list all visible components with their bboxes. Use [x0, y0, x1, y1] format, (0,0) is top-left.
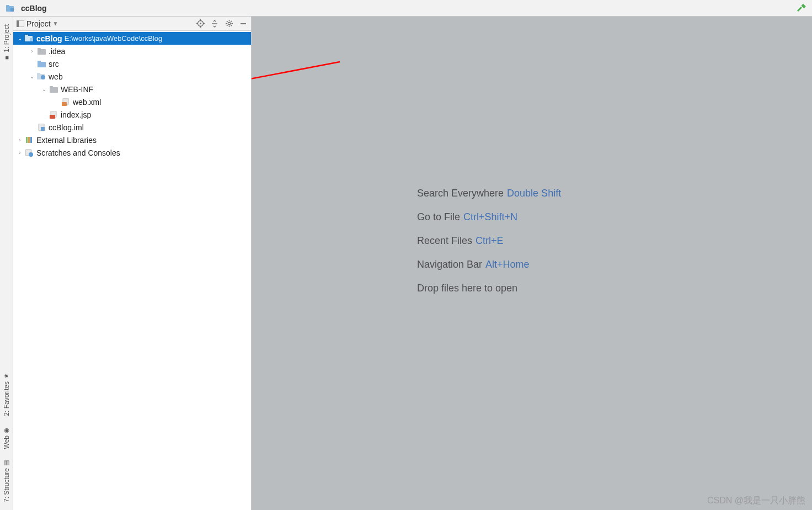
project-tree[interactable]: ⌄ ccBlog E:\works\javaWebCode\ccBlog › .… — [13, 31, 251, 510]
tree-node-label: src — [49, 60, 59, 68]
tree-node-iml[interactable]: ccBlog.iml — [13, 121, 251, 134]
svg-line-21 — [227, 25, 228, 26]
editor-hints: Search Everywhere Double Shift Go to Fil… — [417, 188, 561, 294]
expander-icon[interactable]: ⌄ — [28, 73, 36, 79]
tree-node-webinf[interactable]: ⌄ WEB-INF — [13, 83, 251, 95]
gutter-tab-structure[interactable]: 7: Structure ▤ — [2, 454, 12, 507]
project-panel-header: Project ▼ — [13, 17, 251, 31]
svg-rect-38 — [50, 115, 55, 119]
watermark-text: CSDN @我是一只小胖熊 — [707, 495, 805, 507]
svg-rect-25 — [30, 38, 33, 41]
source-folder-icon — [36, 60, 46, 68]
tree-node-root[interactable]: ⌄ ccBlog E:\works\javaWebCode\ccBlog — [13, 32, 251, 45]
folder-icon: ■ — [3, 55, 10, 61]
tree-node-indexjsp[interactable]: index.jsp — [13, 108, 251, 121]
svg-rect-27 — [38, 48, 41, 50]
hint-drop-files: Drop files here to open — [417, 283, 561, 294]
svg-line-46 — [252, 62, 340, 97]
tree-node-src[interactable]: src — [13, 57, 251, 70]
svg-rect-31 — [37, 73, 40, 75]
gutter-tab-web[interactable]: Web ◉ — [2, 422, 12, 453]
hint-goto-file: Go to File Ctrl+Shift+N — [417, 211, 561, 223]
collapse-all-icon[interactable] — [210, 19, 219, 28]
expander-icon[interactable]: › — [15, 137, 24, 143]
web-folder-icon — [36, 72, 46, 81]
tree-node-external-libraries[interactable]: › External Libraries — [13, 134, 251, 146]
tree-node-webxml[interactable]: web.xml — [13, 95, 251, 108]
shortcut-text: Ctrl+E — [476, 235, 504, 247]
folder-icon — [36, 47, 46, 56]
gutter-tab-project[interactable]: ■ 1: Project — [2, 20, 12, 66]
project-panel-title[interactable]: Project — [26, 19, 51, 28]
scratches-icon — [24, 148, 34, 157]
tree-node-label: web.xml — [73, 98, 101, 107]
tree-node-label: WEB-INF — [61, 85, 93, 94]
expander-icon[interactable]: › — [28, 48, 36, 54]
svg-rect-43 — [30, 137, 32, 143]
svg-point-45 — [29, 152, 33, 157]
svg-rect-2 — [10, 8, 14, 12]
structure-icon: ▤ — [3, 459, 10, 466]
svg-rect-41 — [26, 137, 28, 143]
jsp-file-icon — [49, 110, 58, 119]
module-folder-icon — [24, 34, 34, 43]
svg-line-18 — [227, 21, 228, 22]
globe-icon: ◉ — [3, 426, 10, 433]
gear-icon[interactable] — [225, 19, 233, 28]
hint-recent-files: Recent Files Ctrl+E — [417, 235, 561, 247]
tree-node-label: External Libraries — [36, 136, 97, 145]
svg-rect-40 — [41, 127, 45, 131]
build-icon[interactable] — [797, 3, 806, 13]
tool-gutter-left: ■ 1: Project 2: Favorites ★ Web ◉ 7: Str… — [0, 17, 13, 510]
hint-search-everywhere: Search Everywhere Double Shift — [417, 188, 561, 199]
star-icon: ★ — [3, 372, 10, 379]
iml-file-icon — [36, 123, 46, 132]
svg-rect-5 — [17, 20, 19, 27]
tree-node-label: .idea — [49, 47, 65, 56]
breadcrumb-bar: ccBlog — [0, 0, 812, 17]
shortcut-text: Alt+Home — [485, 259, 530, 270]
svg-rect-36 — [62, 102, 67, 106]
svg-line-19 — [231, 25, 232, 26]
shortcut-text: Double Shift — [507, 188, 561, 199]
xml-file-icon — [61, 98, 71, 107]
svg-rect-24 — [25, 35, 28, 37]
tree-node-label: ccBlog.iml — [49, 123, 84, 132]
svg-rect-29 — [38, 61, 41, 63]
svg-line-20 — [231, 21, 232, 22]
tree-node-web[interactable]: ⌄ web — [13, 70, 251, 83]
libraries-icon — [24, 136, 34, 145]
expander-icon[interactable]: › — [15, 150, 24, 156]
folder-icon — [49, 85, 58, 94]
gutter-tab-favorites[interactable]: 2: Favorites ★ — [2, 368, 12, 421]
tree-node-label: ccBlog — [36, 34, 62, 43]
tree-node-label: index.jsp — [61, 110, 91, 119]
tree-node-path: E:\works\javaWebCode\ccBlog — [65, 34, 163, 42]
expander-icon[interactable]: ⌄ — [40, 86, 49, 92]
tree-node-label: web — [49, 72, 63, 81]
breadcrumb-project[interactable]: ccBlog — [21, 4, 47, 13]
svg-point-7 — [200, 23, 201, 24]
hide-icon[interactable] — [239, 19, 248, 28]
tree-node-idea[interactable]: › .idea — [13, 45, 251, 57]
chevron-down-icon[interactable]: ▼ — [53, 20, 58, 26]
svg-point-32 — [41, 75, 45, 79]
expander-icon[interactable]: ⌄ — [15, 35, 24, 41]
hint-navigation-bar: Navigation Bar Alt+Home — [417, 259, 561, 270]
tree-node-scratches[interactable]: › Scratches and Consoles — [13, 146, 251, 159]
svg-rect-42 — [28, 137, 30, 143]
svg-rect-1 — [6, 5, 9, 7]
svg-rect-34 — [50, 86, 53, 88]
locate-icon[interactable] — [196, 19, 205, 28]
editor-empty-area[interactable]: Search Everywhere Double Shift Go to Fil… — [252, 17, 812, 510]
svg-point-13 — [228, 22, 230, 24]
project-view-icon — [17, 20, 24, 27]
project-panel: Project ▼ — [13, 17, 252, 510]
tree-node-label: Scratches and Consoles — [36, 148, 120, 157]
module-icon — [6, 4, 15, 13]
shortcut-text: Ctrl+Shift+N — [463, 211, 517, 223]
